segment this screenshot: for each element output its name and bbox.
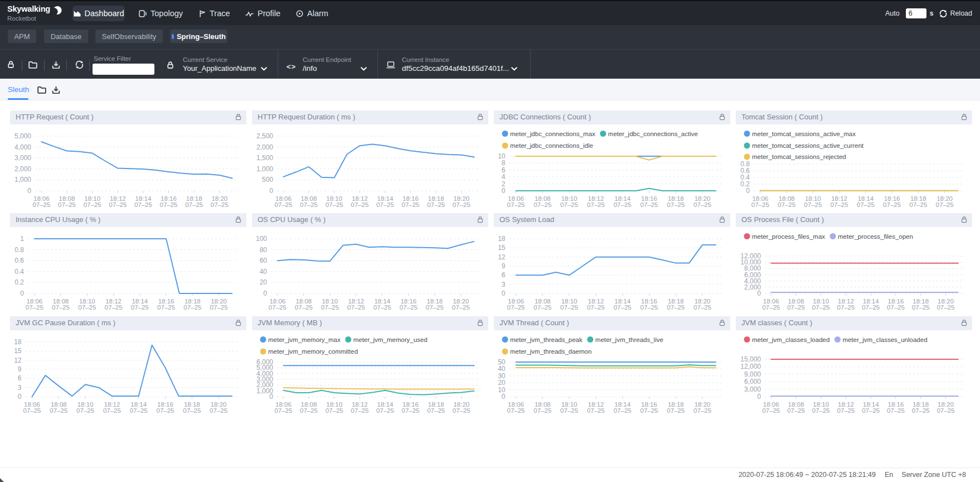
svg-text:07–25: 07–25 (109, 201, 127, 208)
svg-text:07–25: 07–25 (134, 201, 152, 208)
svg-text:07–25: 07–25 (507, 201, 525, 208)
svg-text:07–25: 07–25 (131, 304, 149, 311)
svg-text:1,500: 1,500 (256, 154, 273, 162)
svg-text:07–25: 07–25 (402, 407, 420, 414)
svg-text:07–25: 07–25 (321, 304, 339, 311)
svg-text:0: 0 (18, 393, 22, 401)
svg-text:meter_jvm_threads_peak: meter_jvm_threads_peak (510, 336, 583, 343)
svg-text:0.6: 0.6 (14, 257, 24, 264)
svg-text:15,000: 15,000 (740, 355, 761, 363)
svg-text:meter_tomcat_sessions_active_m: meter_tomcat_sessions_active_max (752, 131, 856, 137)
svg-text:100: 100 (256, 235, 267, 243)
svg-text:meter_jvm_memory_used: meter_jvm_memory_used (353, 336, 428, 343)
svg-text:07–25: 07–25 (373, 304, 391, 311)
svg-text:4,000: 4,000 (14, 143, 31, 151)
svg-text:07–25: 07–25 (351, 201, 368, 208)
svg-text:07–25: 07–25 (50, 407, 67, 414)
svg-text:07–25: 07–25 (157, 407, 174, 414)
svg-text:07–25: 07–25 (812, 304, 830, 311)
svg-text:07–25: 07–25 (787, 304, 805, 311)
svg-text:07–25: 07–25 (23, 407, 41, 414)
svg-text:meter_jdbc_connections_active: meter_jdbc_connections_active (608, 131, 698, 137)
svg-text:15: 15 (14, 347, 22, 355)
svg-text:meter_jvm_classes_unloaded: meter_jvm_classes_unloaded (842, 336, 927, 343)
svg-text:07–25: 07–25 (912, 304, 930, 311)
svg-text:07–25: 07–25 (211, 201, 229, 208)
svg-text:0.2: 0.2 (14, 278, 24, 286)
svg-text:07–25: 07–25 (295, 304, 313, 311)
svg-text:0: 0 (502, 187, 506, 195)
svg-text:07–25: 07–25 (787, 407, 805, 414)
svg-text:meter_jvm_threads_live: meter_jvm_threads_live (595, 336, 663, 343)
svg-text:07–25: 07–25 (300, 407, 318, 414)
svg-text:meter_process_files_max: meter_process_files_max (752, 233, 825, 240)
svg-text:07–25: 07–25 (52, 304, 70, 311)
svg-text:07–25: 07–25 (78, 304, 96, 311)
svg-text:07–25: 07–25 (667, 304, 685, 311)
svg-text:2,500: 2,500 (256, 132, 273, 140)
svg-text:0: 0 (263, 290, 267, 297)
svg-text:07–25: 07–25 (887, 407, 905, 414)
svg-text:07–25: 07–25 (667, 407, 685, 414)
svg-text:meter_jdbc_connections_idle: meter_jdbc_connections_idle (510, 142, 593, 149)
svg-text:500: 500 (262, 176, 273, 184)
svg-text:07–25: 07–25 (347, 304, 365, 311)
svg-text:07–25: 07–25 (326, 201, 343, 208)
svg-text:9: 9 (18, 365, 22, 373)
svg-text:3,000: 3,000 (744, 385, 761, 393)
svg-text:07–25: 07–25 (274, 201, 292, 208)
svg-text:07–25: 07–25 (909, 201, 927, 208)
svg-text:07–25: 07–25 (778, 201, 795, 208)
svg-text:meter_process_files_open: meter_process_files_open (838, 233, 913, 240)
svg-text:07–25: 07–25 (376, 407, 394, 414)
svg-text:07–25: 07–25 (183, 407, 201, 414)
svg-text:0: 0 (502, 290, 506, 297)
svg-text:07–25: 07–25 (862, 304, 880, 311)
svg-text:07–25: 07–25 (269, 304, 287, 311)
svg-text:0: 0 (746, 187, 750, 195)
svg-text:07–25: 07–25 (614, 407, 632, 414)
svg-text:meter_jdbc_connections_max: meter_jdbc_connections_max (510, 131, 595, 137)
svg-text:0.4: 0.4 (14, 268, 24, 276)
svg-text:07–25: 07–25 (453, 201, 470, 208)
svg-text:07–25: 07–25 (857, 201, 875, 208)
svg-text:07–25: 07–25 (300, 201, 318, 208)
svg-text:07–25: 07–25 (507, 304, 525, 311)
svg-text:07–25: 07–25 (84, 201, 101, 208)
svg-text:0.8: 0.8 (14, 246, 24, 254)
svg-text:meter_jvm_threads_daemon: meter_jvm_threads_daemon (510, 348, 591, 355)
svg-text:07–25: 07–25 (641, 407, 658, 414)
svg-text:9: 9 (502, 262, 506, 270)
svg-text:07–25: 07–25 (762, 304, 780, 311)
svg-text:07–25: 07–25 (157, 304, 175, 311)
svg-text:07–25: 07–25 (641, 304, 658, 311)
svg-text:80: 80 (260, 246, 268, 254)
svg-text:5,000: 5,000 (14, 132, 31, 140)
svg-text:07–25: 07–25 (210, 304, 228, 311)
svg-text:07–25: 07–25 (533, 407, 551, 414)
svg-text:07–25: 07–25 (862, 407, 880, 414)
svg-text:07–25: 07–25 (400, 304, 418, 311)
svg-text:07–25: 07–25 (693, 407, 711, 414)
svg-text:07–25: 07–25 (693, 201, 711, 208)
svg-text:07–25: 07–25 (183, 304, 201, 311)
svg-text:07–25: 07–25 (614, 201, 632, 208)
svg-text:07–25: 07–25 (560, 201, 578, 208)
svg-text:07–25: 07–25 (130, 407, 148, 414)
svg-text:07–25: 07–25 (587, 407, 605, 414)
svg-text:3,000: 3,000 (14, 154, 31, 162)
svg-text:60: 60 (260, 257, 268, 264)
svg-text:07–25: 07–25 (105, 304, 123, 311)
svg-text:07–25: 07–25 (507, 407, 525, 414)
svg-text:07–25: 07–25 (837, 407, 855, 414)
svg-text:07–25: 07–25 (274, 407, 292, 414)
svg-text:0: 0 (27, 187, 31, 195)
svg-text:07–25: 07–25 (837, 304, 855, 311)
svg-text:07–25: 07–25 (58, 201, 76, 208)
svg-text:0: 0 (269, 393, 273, 401)
svg-text:2,000: 2,000 (14, 165, 31, 173)
svg-text:1: 1 (20, 235, 24, 243)
svg-text:0: 0 (269, 187, 273, 195)
svg-text:07–25: 07–25 (762, 407, 780, 414)
svg-text:0: 0 (20, 290, 24, 297)
